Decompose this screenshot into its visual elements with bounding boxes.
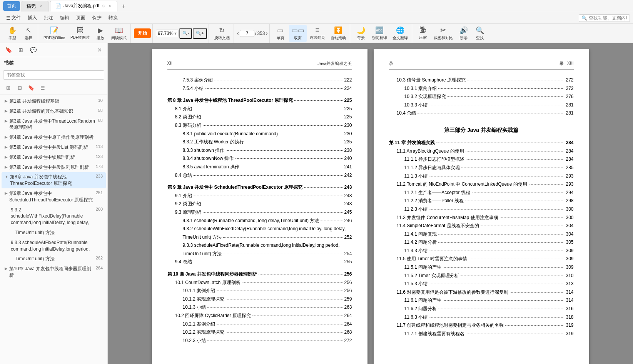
menu-convert[interactable]: 转换 (105, 14, 121, 22)
auto-scroll-button[interactable]: ⏬ 自动滚动 (328, 25, 348, 42)
toc-dots (448, 96, 564, 97)
tab-kegou[interactable]: 稿壳 × (22, 1, 48, 12)
toc-entry: 11.7.1 创建线程需要有线程名319 (389, 330, 574, 338)
add-tab-button[interactable]: + (119, 2, 128, 11)
toc-title-text: TimeUnit unit) 方法 (183, 233, 222, 242)
read-aloud-button[interactable]: 🔊 朗读 (456, 25, 471, 42)
bookmark-item[interactable]: 9.3.3 scheduleAtFixedRate(Runnable comma… (2, 238, 106, 254)
rotate-icon: ↻ (219, 26, 225, 35)
start-button[interactable]: 开始 (134, 28, 151, 38)
sidebar-tab-comment[interactable]: 💬 (28, 45, 38, 55)
zoom-value: 97.73% (158, 31, 174, 36)
home-tab[interactable]: 首页 (3, 1, 20, 11)
bookmark-item[interactable]: ▶第1章 并发编程线程基础10 (2, 96, 106, 106)
toc-entry: 第 10 章 Java 并发包中线程同步器原理剖析256 (167, 270, 352, 279)
read-mode-button[interactable]: 📖 阅读模式 (109, 25, 129, 42)
toc-title-text: 10.3.2 实现原理探究 (404, 93, 446, 101)
translate-word-button[interactable]: 🔤 划词翻译 (369, 25, 389, 42)
background-button[interactable]: 🌙 背景 (353, 25, 369, 42)
menu-protect[interactable]: 保护 (89, 14, 105, 22)
zoom-out-button[interactable]: 🔍- (179, 28, 192, 39)
bookmark-item[interactable]: TimeUnit unit) 方法 (2, 228, 106, 238)
total-pages: 353 (257, 31, 265, 36)
toc-title-text: 8.1 介绍 (175, 105, 192, 113)
toc-dots (466, 151, 565, 151)
tool-group-bg: 🌙 背景 🔤 划词翻译 🌐 全文翻译 (352, 24, 412, 43)
page-input-box[interactable] (240, 30, 254, 37)
sidebar-tool-expand[interactable]: ⊞ (3, 83, 13, 93)
toc-entry: 10.1.1 案例介绍256 (167, 287, 352, 295)
bookmark-page-num: 58 (98, 108, 103, 113)
bookmark-item[interactable]: ▶第5章 Java 并发包中并发List 源码剖析113 (2, 143, 106, 152)
sidebar-tab-thumbnail[interactable]: ⊞ (15, 45, 26, 55)
toc-title-text: 11.4 SimpleDateFormat 是线程不安全的 (397, 222, 479, 230)
toc-title-text: 9.2 类图介绍 (175, 200, 201, 208)
toc-dots (194, 196, 343, 196)
current-page-input[interactable] (242, 31, 252, 36)
menu-file[interactable]: ☰ 文件 (3, 14, 24, 22)
sidebar-tool-collapse[interactable]: ⊟ (15, 83, 25, 93)
two-page-button[interactable]: ▭▭ 双页 (289, 25, 307, 42)
play-button[interactable]: ▶ 播放 (93, 25, 108, 42)
menu-annotate[interactable]: 批注 (41, 14, 56, 22)
sidebar-tool-bookmark[interactable]: 🔖 (26, 83, 36, 93)
tab-kegou-close[interactable]: × (38, 3, 43, 9)
toc-entry: 9.3.3 scheduleAtFixedRate(Runnable comma… (167, 241, 352, 250)
toc-entry: 9.3 原理剖析245 (167, 208, 352, 217)
bookmark-item[interactable]: ▶第2章 并发编程的其他基础知识58 (2, 106, 106, 116)
bookmark-item[interactable]: ▼第8章 Java 并发包中线程池ThreadPoolExecutor 原理探究… (2, 172, 106, 188)
toc-title-text: 10.1 CountDownLatch 原理剖析 (175, 279, 241, 287)
continuous-scroll-button[interactable]: ≡ 连续翻页 (307, 25, 327, 42)
full-translate-button[interactable]: 🌐 全文翻译 (390, 25, 410, 42)
hand-tool-button[interactable]: ✋ 手型 (5, 25, 20, 42)
bookmark-item[interactable]: ▶第9章 Java 并发包中ScheduledThreadPoolExecuto… (2, 189, 106, 205)
menu-edit[interactable]: 编辑 (57, 14, 72, 22)
bookmark-item[interactable]: ▶第7章 Java 并发包中并发队列原理剖析173 (2, 163, 106, 172)
bookmark-item[interactable]: ▶第3章 Java 并发包中ThreadLocalRandom 类原理剖析88 (2, 116, 106, 133)
pdf-to-image-button[interactable]: 🖼 PDF转图片 (68, 25, 92, 42)
toc-dots (226, 299, 342, 299)
screenshot-contrast-button[interactable]: ✂ 截图和对比 (431, 25, 455, 42)
toc-dots (203, 212, 343, 213)
next-page-button[interactable]: › (266, 30, 267, 37)
sidebar-tool-more[interactable]: ☰ (38, 83, 48, 93)
menu-insert[interactable]: 插入 (25, 14, 40, 22)
read-icon: 📖 (115, 26, 123, 35)
tab-pdf[interactable]: 📄 Java并发编程.pdf ⊙ × (50, 1, 117, 12)
toc-dots (246, 142, 343, 142)
bookmark-text: 第4章 Java 并发包中原子操作类原理剖析 (9, 134, 103, 141)
sidebar-tab-bookmark[interactable]: 🔖 (3, 45, 14, 55)
toc-title-text: 10.2.2 实现原理探究 (183, 328, 225, 337)
bookmark-item[interactable]: ▶第10章 Java 并发包中线程同步器原理剖析264 (2, 264, 106, 280)
menu-page[interactable]: 页面 (73, 14, 89, 22)
prev-page-button[interactable]: ‹ (237, 30, 239, 37)
pdf-to-office-button[interactable]: 📝 PDF转Office (41, 25, 67, 42)
toc-dots (500, 218, 565, 218)
bookmark-item[interactable]: ▶第6章 Java 并发包中锁原理剖析123 (2, 153, 106, 162)
toc-entry: 9.1 介绍243 (167, 192, 352, 200)
single-page-button[interactable]: ▭ 单页 (273, 25, 288, 42)
tab-pdf-close[interactable]: × (107, 3, 112, 9)
rotate-doc-button[interactable]: ↻ 旋转文档 (212, 25, 232, 42)
find-button[interactable]: 🔍 查找 (472, 25, 488, 42)
toc-entry: 11.5.1 问题的产生309 (389, 263, 574, 272)
toc-page-num: 293 (566, 172, 573, 181)
pdf-content-area[interactable]: XII Java并发编程之美 7.5.3 案例介绍2227.5.4 小结224第… (108, 43, 633, 364)
bookmark-item[interactable]: ▶第4章 Java 并发包中原子操作类原理剖析 (2, 133, 106, 142)
select-tool-button[interactable]: ↖ 选择 (21, 25, 36, 42)
toc-title-text: 10.2 回环屏障 CyclicBarrier 原理探究 (175, 312, 251, 320)
compress-button[interactable]: 🗜 压缩 (415, 25, 431, 42)
bookmark-item[interactable]: 9.3.2 scheduleWithFixedDelay(Runnable co… (2, 205, 106, 228)
toc-page-num: 304 (566, 222, 573, 230)
sidebar-close-button[interactable]: ✕ (95, 45, 104, 55)
zoom-in-button[interactable]: 🔍+ (193, 28, 207, 39)
bookmark-item[interactable]: TimeUnit unit) 方法262 (2, 254, 106, 264)
toolbar-search-input[interactable] (589, 15, 627, 21)
zoom-selector[interactable]: 97.73% ▾ (156, 30, 179, 37)
toc-page-num: 314 (566, 296, 573, 305)
toc-title-text: 第 11 章 并发编程实践 (389, 139, 435, 147)
continuous-icon: ≡ (316, 26, 320, 34)
toc-page-num: 314 (566, 288, 573, 297)
bookmark-search-input[interactable] (3, 70, 104, 80)
toolbar-search-box[interactable]: 🔍 (579, 14, 630, 22)
